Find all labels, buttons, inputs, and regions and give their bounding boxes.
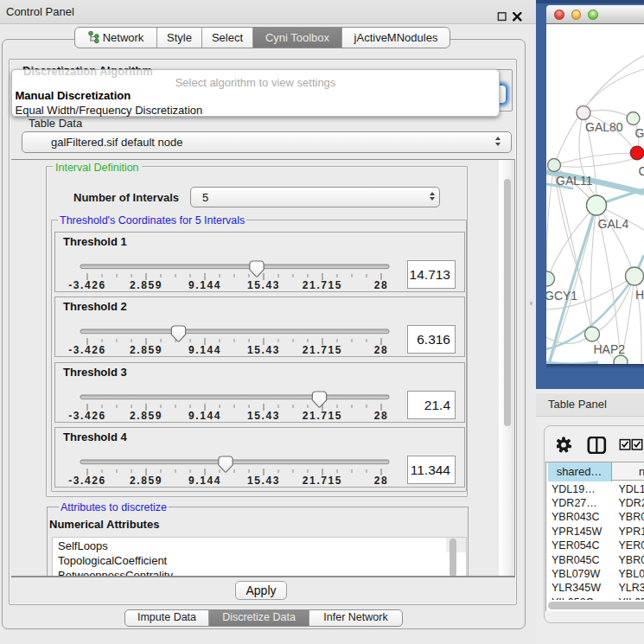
svg-text:15.43: 15.43 xyxy=(247,344,280,356)
svg-text:28: 28 xyxy=(374,475,389,487)
svg-text:GAL4: GAL4 xyxy=(635,125,644,139)
svg-text:21.715: 21.715 xyxy=(303,279,342,291)
svg-text:2.859: 2.859 xyxy=(130,279,163,291)
svg-text:21.715: 21.715 xyxy=(303,344,342,356)
svg-text:-3.426: -3.426 xyxy=(68,410,106,422)
svg-text:GCY1: GCY1 xyxy=(546,289,577,303)
svg-text:15.43: 15.43 xyxy=(247,410,280,422)
svg-text:-3.426: -3.426 xyxy=(68,279,106,291)
svg-text:2.859: 2.859 xyxy=(130,344,163,356)
svg-text:9.144: 9.144 xyxy=(188,279,221,291)
svg-text:GAL80: GAL80 xyxy=(585,120,623,134)
svg-text:9.144: 9.144 xyxy=(188,410,221,422)
svg-text:9.144: 9.144 xyxy=(188,344,221,356)
svg-text:CDC19: CDC19 xyxy=(639,163,644,177)
svg-text:21.715: 21.715 xyxy=(303,475,342,487)
svg-text:HIS7: HIS7 xyxy=(635,287,644,301)
svg-text:2.859: 2.859 xyxy=(130,475,163,487)
svg-text:HAP2: HAP2 xyxy=(594,341,626,355)
svg-text:28: 28 xyxy=(374,344,389,356)
svg-text:28: 28 xyxy=(374,279,389,291)
svg-text:2.859: 2.859 xyxy=(130,410,163,422)
svg-text:15.43: 15.43 xyxy=(247,279,280,291)
svg-text:GAL11: GAL11 xyxy=(556,174,593,188)
svg-text:28: 28 xyxy=(374,410,389,422)
svg-text:9.144: 9.144 xyxy=(188,475,221,487)
svg-text:15.43: 15.43 xyxy=(247,475,280,487)
svg-text:-3.426: -3.426 xyxy=(68,475,106,487)
svg-text:21.715: 21.715 xyxy=(303,410,342,422)
svg-text:GAL4: GAL4 xyxy=(598,217,629,231)
svg-text:-3.426: -3.426 xyxy=(68,344,106,356)
